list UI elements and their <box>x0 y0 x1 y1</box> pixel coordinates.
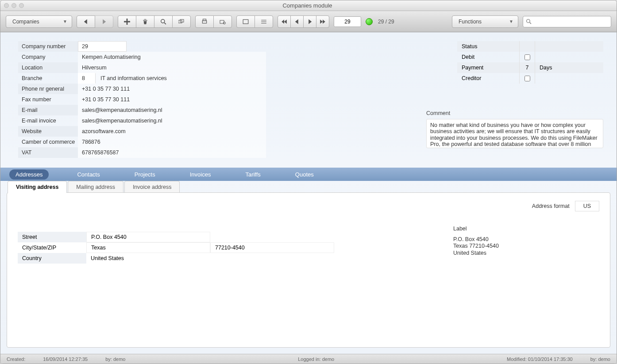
status-dot-icon <box>366 18 373 25</box>
field-location[interactable]: Hilversum <box>78 62 266 73</box>
triangle-right-icon <box>307 19 313 25</box>
label-email: E-mail <box>18 105 78 115</box>
record-count: 29 / 29 <box>378 19 394 25</box>
label-label: Label <box>453 226 599 233</box>
field-company-number[interactable]: 29 <box>78 41 127 52</box>
export-button[interactable] <box>213 15 232 28</box>
next-button[interactable] <box>95 15 113 28</box>
triangle-left-icon <box>83 19 89 25</box>
search-input[interactable] <box>533 19 608 25</box>
list-view-icon <box>261 19 267 25</box>
tab-tariffs[interactable]: Tariffs <box>239 169 266 180</box>
label-website: Website <box>18 126 78 137</box>
footer-modified-by: demo <box>598 356 610 362</box>
last-record-button[interactable] <box>316 15 329 28</box>
next-record-button[interactable] <box>303 15 316 28</box>
field-vat[interactable]: 678765876587 <box>78 147 266 158</box>
field-company[interactable]: Kempen Automatisering <box>78 52 266 62</box>
first-record-button[interactable] <box>278 15 291 28</box>
label-phone: Phone nr general <box>18 84 78 94</box>
field-fax[interactable]: +31 0 35 77 30 111 <box>78 94 266 105</box>
subtab-visiting[interactable]: Visiting address <box>8 181 67 193</box>
label-csz: City/State/ZIP <box>18 245 86 251</box>
tab-addresses[interactable]: Addresses <box>9 169 49 180</box>
company-form: Company number29 CompanyKempen Automatis… <box>18 41 266 158</box>
view-form-button[interactable] <box>236 15 255 28</box>
footer-created-by: demo <box>113 356 126 362</box>
label-vat: VAT <box>18 147 78 158</box>
labelbox-line3: United States <box>453 250 599 257</box>
footer-modified-value: 01/10/2014 17:35:30 <box>528 356 573 362</box>
tab-bar: Addresses Contacts Projects Invoices Tar… <box>0 168 617 181</box>
printer-icon <box>201 19 208 25</box>
comment-text[interactable]: No matter what kind of business you have… <box>426 119 603 148</box>
search-icon <box>526 19 532 24</box>
field-coc[interactable]: 786876 <box>78 137 266 147</box>
field-address-format[interactable]: US <box>575 201 599 211</box>
search-box[interactable] <box>523 16 611 27</box>
form-view-icon <box>243 19 249 25</box>
label-creditor: Creditor <box>457 75 519 81</box>
field-branche-code[interactable]: 8 <box>78 73 96 84</box>
subtab-invoice[interactable]: Invoice address <box>124 181 180 193</box>
field-zip[interactable]: 77210-4540 <box>210 242 334 253</box>
field-state[interactable]: Texas <box>86 242 210 253</box>
tab-contacts[interactable]: Contacts <box>71 169 106 180</box>
duplicate-button[interactable] <box>172 15 191 28</box>
app-window: Companies module Companies ▼ <box>0 0 617 364</box>
field-email[interactable]: sales@kempenautomatisering.nl <box>78 105 266 115</box>
window-title: Companies module <box>24 2 591 9</box>
close-icon[interactable] <box>4 3 9 8</box>
svg-line-1 <box>164 23 166 24</box>
svg-rect-4 <box>202 20 206 23</box>
field-payment-value[interactable]: 7 <box>519 62 535 73</box>
svg-line-13 <box>530 23 531 24</box>
field-country[interactable]: United States <box>86 253 210 264</box>
status-grid: Status Debit Payment7Days Creditor <box>457 41 603 84</box>
traffic-lights <box>4 3 24 8</box>
address-panel: StreetP.O. Box 4540 City/State/ZIPTexas7… <box>7 192 610 348</box>
prev-button[interactable] <box>77 15 95 28</box>
prev-record-button[interactable] <box>290 15 304 28</box>
content-area: Company number29 CompanyKempen Automatis… <box>0 32 617 354</box>
companies-menu[interactable]: Companies ▼ <box>6 15 72 28</box>
svg-point-7 <box>224 22 226 24</box>
record-number-input[interactable] <box>334 16 361 27</box>
field-street[interactable]: P.O. Box 4540 <box>86 232 210 242</box>
tab-projects[interactable]: Projects <box>128 169 162 180</box>
svg-rect-5 <box>203 19 206 21</box>
tab-quotes[interactable]: Quotes <box>289 169 320 180</box>
tab-invoices[interactable]: Invoices <box>184 169 217 180</box>
zoom-icon[interactable] <box>19 3 24 8</box>
plus-icon <box>124 19 130 25</box>
delete-record-button[interactable] <box>136 15 154 28</box>
field-email-invoice[interactable]: sales@kempenautomatisering.nl <box>78 115 266 126</box>
label-street: Street <box>18 232 86 242</box>
triangle-right-icon <box>101 19 107 25</box>
field-website[interactable]: azorsoftware.com <box>78 126 266 137</box>
subtab-row: Visiting address Mailing address Invoice… <box>0 180 617 192</box>
label-fax: Fax number <box>18 94 78 105</box>
print-button[interactable] <box>195 15 214 28</box>
svg-point-0 <box>161 19 165 23</box>
label-branche: Branche <box>18 73 78 84</box>
minimize-icon[interactable] <box>12 3 16 8</box>
label-debit: Debit <box>457 54 519 60</box>
last-icon <box>320 19 326 25</box>
field-phone[interactable]: +31 0 35 77 30 111 <box>78 84 266 94</box>
footer-by-label2: by: <box>590 356 597 362</box>
subtab-mailing[interactable]: Mailing address <box>68 181 123 193</box>
checkbox-creditor[interactable] <box>524 76 530 81</box>
footer-logged-label: Logged in: <box>298 356 320 362</box>
functions-menu[interactable]: Functions ▼ <box>452 15 518 28</box>
label-address-format: Address format <box>532 203 570 209</box>
new-record-button[interactable] <box>118 15 136 28</box>
field-branche-name[interactable]: IT and information services <box>96 73 266 84</box>
checkbox-debit[interactable] <box>524 54 530 60</box>
find-button[interactable] <box>154 15 173 28</box>
label-company-number: Company number <box>18 41 78 52</box>
comment-title: Comment <box>426 110 603 116</box>
labelbox-line2: Texas 77210-4540 <box>453 243 599 250</box>
view-list-button[interactable] <box>255 15 273 28</box>
companies-menu-label: Companies <box>12 19 39 25</box>
